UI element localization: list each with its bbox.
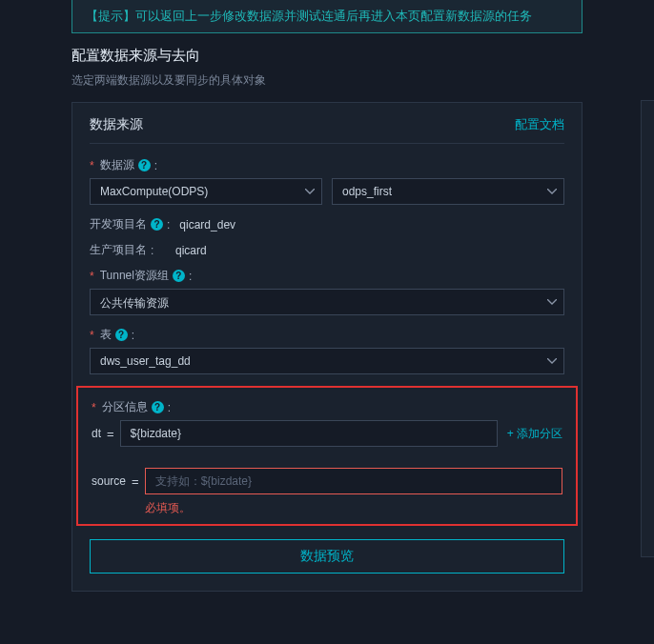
colon: : (151, 244, 153, 257)
partition-value-dt-input[interactable] (120, 420, 498, 447)
dev-project-label-text: 开发项目名 (90, 216, 147, 232)
datasource-row: * 数据源 ? : MaxCompute(ODPS) odps_first (90, 157, 564, 205)
colon: : (168, 401, 171, 414)
tunnel-row: * Tunnel资源组 ? : 公共传输资源 (90, 268, 564, 315)
help-icon[interactable]: ? (152, 401, 164, 413)
colon: : (167, 218, 170, 231)
add-partition-link[interactable]: + 添加分区 (507, 426, 562, 442)
partition-label-text: 分区信息 (102, 399, 148, 415)
partition-key-source: source (92, 474, 126, 488)
partition-value-source-input[interactable] (145, 468, 562, 494)
colon: : (189, 270, 192, 283)
validation-error-text: 必填项。 (145, 500, 562, 516)
partition-label: * 分区信息 ? : (92, 399, 562, 415)
partition-highlight-box: * 分区信息 ? : dt = + 添加分区 source = 必填项 (76, 386, 578, 526)
datasource-name-select-wrap[interactable]: odps_first (332, 178, 564, 205)
datasource-type-select[interactable]: MaxCompute(ODPS) (90, 178, 322, 205)
data-preview-button[interactable]: 数据预览 (90, 539, 564, 574)
section-config: 配置数据来源与去向 选定两端数据源以及要同步的具体对象 数据来源 配置文档 * … (0, 33, 654, 592)
help-icon[interactable]: ? (151, 218, 163, 231)
dev-project-row: 开发项目名 ? : qicard_dev (90, 216, 564, 232)
dev-project-label: 开发项目名 ? : (90, 216, 170, 232)
section-title: 配置数据来源与去向 (72, 47, 582, 65)
datasource-selects: MaxCompute(ODPS) odps_first (90, 178, 564, 205)
equals-sign: = (132, 474, 139, 489)
panel-header: 数据来源 配置文档 (90, 116, 564, 144)
prod-project-value: qicard (175, 244, 207, 257)
panel-data-source: 数据来源 配置文档 * 数据源 ? : MaxCompute(ODPS) odp… (72, 102, 582, 592)
table-label-text: 表 (100, 327, 112, 343)
required-mark: * (92, 401, 96, 414)
tunnel-select-wrap[interactable]: 公共传输资源 (90, 289, 564, 315)
tunnel-select[interactable]: 公共传输资源 (90, 289, 564, 315)
table-label: * 表 ? : (90, 327, 564, 343)
tunnel-label: * Tunnel资源组 ? : (90, 268, 564, 284)
help-icon[interactable]: ? (138, 159, 151, 171)
help-icon[interactable]: ? (115, 329, 128, 341)
section-subtitle: 选定两端数据源以及要同步的具体对象 (72, 72, 582, 89)
datasource-type-select-wrap[interactable]: MaxCompute(ODPS) (90, 178, 322, 205)
prod-project-label-text: 生产项目名 (90, 242, 147, 258)
partition-row-dt: dt = + 添加分区 (92, 420, 562, 447)
colon: : (154, 159, 157, 172)
config-doc-link[interactable]: 配置文档 (515, 116, 564, 133)
datasource-label: * 数据源 ? : (90, 157, 564, 173)
datasource-name-select[interactable]: odps_first (332, 178, 564, 205)
tunnel-label-text: Tunnel资源组 (100, 268, 169, 284)
prod-project-label: 生产项目名 : (90, 242, 166, 258)
partition-row-source: source = (92, 468, 562, 494)
help-icon[interactable]: ? (173, 270, 185, 282)
required-mark: * (90, 270, 94, 283)
table-select[interactable]: dws_user_tag_dd (90, 348, 564, 374)
dev-project-value: qicard_dev (179, 218, 235, 231)
adjacent-panel-edge (641, 100, 654, 557)
tip-text: 【提示】可以返回上一步修改数据源并测试连通后再进入本页配置新数据源的任务 (86, 9, 532, 23)
prod-project-row: 生产项目名 : qicard (90, 242, 564, 258)
tip-banner: 【提示】可以返回上一步修改数据源并测试连通后再进入本页配置新数据源的任务 (72, 0, 582, 33)
table-select-wrap[interactable]: dws_user_tag_dd (90, 348, 564, 374)
datasource-label-text: 数据源 (100, 157, 134, 173)
partition-key-dt: dt (92, 427, 101, 440)
colon: : (132, 329, 134, 342)
required-mark: * (90, 159, 94, 172)
table-row: * 表 ? : dws_user_tag_dd (90, 327, 564, 374)
panel-title: 数据来源 (90, 116, 143, 133)
required-mark: * (90, 329, 94, 342)
equals-sign: = (107, 427, 114, 441)
